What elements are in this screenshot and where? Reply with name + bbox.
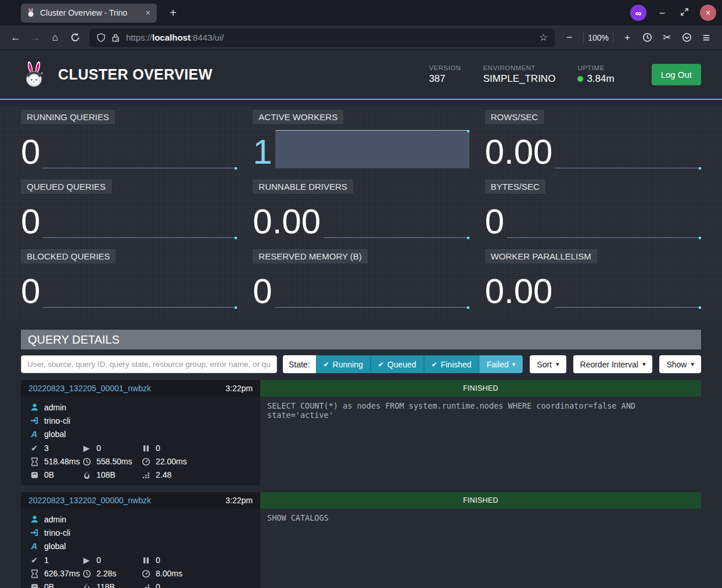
browser-titlebar: Cluster Overview - Trino × + ∞ – ×: [0, 0, 722, 26]
bookmark-star-icon[interactable]: ☆: [539, 31, 548, 44]
check-icon: ✔: [30, 443, 39, 453]
cpu-time: 558.50ms: [82, 457, 141, 466]
logout-button[interactable]: Log Out: [652, 64, 701, 85]
query-resource-group: A global: [30, 539, 254, 553]
completed-splits: ✔ 1: [30, 555, 82, 565]
lock-warning-icon[interactable]: [111, 33, 120, 42]
tab-close-icon[interactable]: ×: [145, 8, 152, 17]
browser-tab[interactable]: Cluster Overview - Trino ×: [21, 3, 157, 23]
trino-favicon-icon: [26, 8, 35, 17]
queued-splits: 0: [141, 555, 254, 565]
pocket-button[interactable]: [677, 29, 696, 46]
sort-dropdown[interactable]: Sort ▾: [530, 355, 566, 373]
query-details-banner: QUERY DETAILS: [21, 330, 701, 349]
sparkline: [43, 197, 237, 238]
reload-icon: [70, 33, 80, 42]
header-accent-rule: [0, 99, 722, 100]
execution-time: 22.00ms: [141, 457, 254, 466]
log-in-icon: [30, 528, 39, 538]
query-status-bar: FINISHED: [260, 492, 701, 508]
stat-panel-rows-sec: ROWS/SEC 0.00: [485, 110, 701, 172]
state-filter-queued[interactable]: ✔ Queued: [371, 355, 424, 373]
back-button[interactable]: ←: [6, 29, 26, 46]
query-source: trino-cli: [30, 414, 254, 427]
browser-toolbar: ← → ⌂ https://localhost:8443/ui/ ☆ − 100…: [0, 26, 722, 50]
chevron-down-icon: ▾: [691, 360, 694, 368]
check-icon: ✔: [30, 555, 39, 565]
user-icon: [30, 403, 39, 412]
queued-splits: 0: [141, 443, 254, 453]
wall-time: 518.48ms: [30, 457, 82, 466]
stat-panel-bytes-sec: BYTES/SEC 0: [485, 179, 701, 241]
query-status-bar: FINISHED: [260, 380, 701, 396]
state-filter-failed-dropdown[interactable]: Failed ▾: [479, 355, 523, 373]
query-id-link[interactable]: 20220823_132205_00001_nwbzk: [28, 384, 151, 393]
query-stats-panel: admin trino-cli A global ✔ 3: [21, 396, 260, 485]
pause-icon: [141, 443, 150, 453]
state-filter-running[interactable]: ✔ Running: [316, 355, 371, 373]
zoom-in-button[interactable]: +: [617, 29, 637, 46]
clock-icon: [642, 33, 652, 42]
environment-label: ENVIRONMENT: [483, 64, 556, 71]
check-icon: ✔: [432, 360, 437, 369]
log-in-icon: [30, 416, 39, 425]
reorder-interval-dropdown[interactable]: Reorder Interval ▾: [573, 355, 653, 373]
query-row: 20220823_132205_00001_nwbzk 3:22pm FINIS…: [21, 380, 701, 485]
font-icon: A: [30, 542, 39, 551]
version-label: VERSION: [429, 64, 461, 71]
query-search-input[interactable]: [21, 355, 277, 373]
query-resource-group: A global: [30, 427, 254, 441]
pause-icon: [141, 555, 150, 565]
window-minimize-button[interactable]: –: [656, 8, 669, 18]
execution-time: 8.00ms: [141, 569, 254, 578]
zoom-out-button[interactable]: −: [559, 29, 579, 46]
scale-icon: [30, 582, 39, 588]
window-maximize-button[interactable]: [678, 8, 691, 19]
query-row: 20220823_132202_00000_nwbzk 3:22pm FINIS…: [21, 492, 701, 588]
query-header: 20220823_132202_00000_nwbzk 3:22pm: [21, 492, 260, 508]
play-icon: ▶: [82, 443, 91, 453]
state-filter-finished[interactable]: ✔ Finished: [424, 355, 479, 373]
wall-time: 626.37ms: [30, 569, 82, 578]
tab-title: Cluster Overview - Trino: [40, 8, 140, 17]
gauge-icon: [141, 569, 150, 578]
sparkline: [555, 128, 701, 168]
environment-value: SIMPLE_TRINO: [483, 73, 556, 85]
stats-icon: [141, 470, 150, 479]
url-bar[interactable]: https://localhost:8443/ui/ ☆: [89, 28, 555, 47]
cumulative-memory: 2.48: [141, 470, 254, 479]
screenshot-button[interactable]: ✂: [657, 29, 677, 46]
query-id-link[interactable]: 20220823_132202_00000_nwbzk: [28, 496, 151, 505]
font-icon: A: [30, 430, 39, 439]
trino-bunny-logo: [21, 60, 48, 88]
sparkline: [43, 267, 237, 308]
url-text: https://localhost:8443/ui/: [126, 33, 539, 42]
zoom-level[interactable]: 100%: [588, 33, 609, 42]
running-splits: ▶ 0: [82, 443, 141, 453]
shield-icon[interactable]: [96, 33, 106, 42]
current-memory: 0B: [30, 470, 82, 479]
uptime-info: UPTIME 3.84m: [577, 64, 614, 85]
user-icon: [30, 515, 39, 524]
fire-icon: [82, 470, 91, 479]
show-dropdown[interactable]: Show ▾: [659, 355, 701, 373]
query-sql-text: SHOW CATALOGS: [260, 508, 701, 588]
new-tab-button[interactable]: +: [165, 5, 181, 21]
completed-splits: ✔ 3: [30, 443, 82, 453]
history-button[interactable]: [637, 29, 657, 46]
menu-button[interactable]: ≡: [696, 29, 716, 46]
home-button[interactable]: ⌂: [45, 29, 65, 46]
chevron-down-icon: ▾: [512, 360, 516, 368]
window-close-button[interactable]: ×: [700, 5, 716, 21]
chevron-down-icon: ▾: [556, 360, 559, 368]
sparkline: [275, 267, 469, 308]
query-stats-panel: admin trino-cli A global ✔ 1: [21, 508, 260, 588]
forward-button[interactable]: →: [26, 29, 45, 46]
reload-button[interactable]: [65, 29, 85, 46]
sparkline: [275, 128, 469, 168]
stats-icon: [141, 582, 150, 588]
sparkline: [324, 197, 469, 238]
check-icon: ✔: [378, 360, 384, 369]
hourglass-icon: [30, 569, 39, 578]
trino-header: CLUSTER OVERVIEW VERSION 387 ENVIRONMENT…: [21, 50, 701, 99]
